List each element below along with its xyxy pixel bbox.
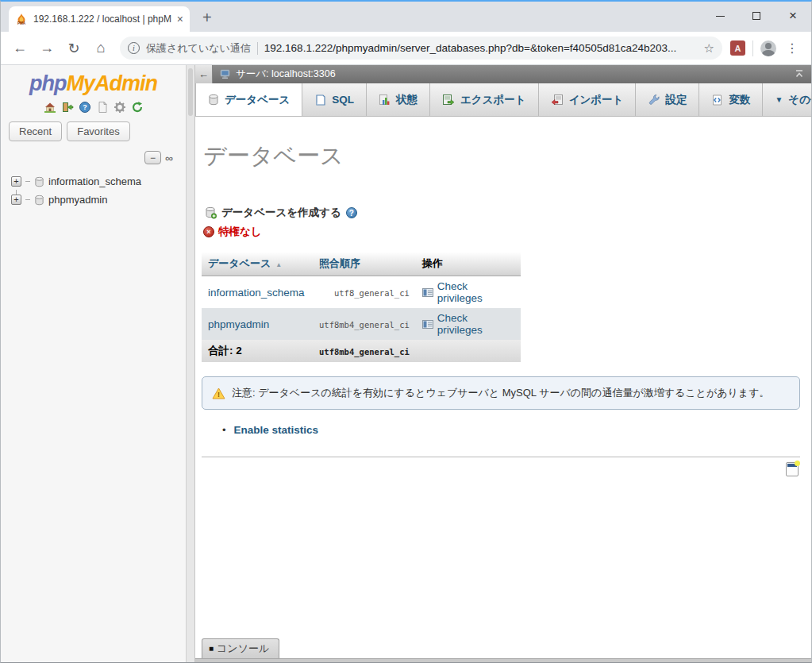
pdf-extension-icon[interactable]: A xyxy=(730,40,745,56)
profile-avatar[interactable] xyxy=(760,40,776,56)
unlink-panel-icon[interactable]: ∞ xyxy=(165,152,173,164)
documentation-icon[interactable] xyxy=(95,100,109,114)
home-icon[interactable]: ⌂ xyxy=(90,37,112,60)
tab-title: 192.168.1.222 / localhost | phpM xyxy=(33,13,171,25)
browser-window: PMA 192.168.1.222 / localhost | phpM × +… xyxy=(0,0,812,663)
maximize-button[interactable] xyxy=(738,2,775,30)
sidebar-scrollbar[interactable] xyxy=(188,68,193,116)
home-nav-icon[interactable] xyxy=(43,100,56,114)
recent-button[interactable]: Recent xyxy=(9,121,62,141)
open-new-window-icon[interactable] xyxy=(786,462,799,476)
databases-table: データベース▲ 照合順序 操作 information_schema utf8_… xyxy=(202,252,521,362)
navigation-sidebar: phpMyAdmin ? Recent Favorites − ∞ + xyxy=(1,65,186,663)
tab-label: 設定 xyxy=(665,93,687,107)
tree-item-label[interactable]: phpmyadmin xyxy=(48,194,107,206)
collation-value: utf8_general_ci xyxy=(334,288,410,298)
browser-menu-icon[interactable]: ⋮ xyxy=(781,40,803,56)
tab-label: SQL xyxy=(332,94,354,106)
table-row[interactable]: information_schema utf8_general_ci Check… xyxy=(202,276,521,309)
tab-export[interactable]: エクスポート xyxy=(430,83,539,116)
server-label: サーバ: localhost:3306 xyxy=(236,67,336,81)
export-tab-icon xyxy=(442,94,455,106)
expand-icon[interactable]: + xyxy=(11,195,21,205)
collapse-all-button[interactable]: − xyxy=(144,151,161,164)
tree-item-information-schema[interactable]: + information_schema xyxy=(1,172,186,191)
security-label: 保護されていない通信 xyxy=(146,41,251,56)
check-privileges-link[interactable]: Check privileges xyxy=(437,312,514,336)
address-bar[interactable]: i 保護されていない通信 192.168.1.222/phpmyadmin/se… xyxy=(120,37,722,60)
panel-resize-handle[interactable] xyxy=(186,65,195,663)
tab-sql[interactable]: SQL xyxy=(302,83,367,116)
toolbar-separator xyxy=(752,40,753,56)
no-privilege-icon: × xyxy=(203,226,214,237)
tab-label: インポート xyxy=(569,93,624,107)
footer-collation: utf8mb4_general_ci xyxy=(319,347,410,357)
console-bar: ■ コンソール xyxy=(195,638,811,663)
help-doc-icon[interactable]: ? xyxy=(78,100,91,114)
phpmyadmin-logo[interactable]: phpMyAdmin xyxy=(1,71,186,96)
tree-dash xyxy=(25,199,30,200)
import-tab-icon xyxy=(551,94,564,106)
database-icon xyxy=(34,195,44,206)
scroll-top-icon[interactable] xyxy=(794,68,805,83)
bookmark-star-icon[interactable]: ☆ xyxy=(704,41,714,56)
tab-variables[interactable]: 変数 xyxy=(699,83,763,116)
tab-close-icon[interactable]: × xyxy=(177,13,183,25)
logout-icon[interactable] xyxy=(60,100,74,114)
tab-label: エクスポート xyxy=(460,93,526,107)
back-icon[interactable]: ← xyxy=(9,37,31,60)
header-actions: 操作 xyxy=(416,252,521,276)
database-link[interactable]: information_schema xyxy=(208,287,305,299)
add-database-icon xyxy=(205,206,217,219)
expand-icon[interactable]: + xyxy=(11,176,21,187)
tab-label: データベース xyxy=(225,93,290,107)
enable-statistics-link[interactable]: Enable statistics xyxy=(234,424,319,436)
browser-toolbar: ← → ↻ ⌂ i 保護されていない通信 192.168.1.222/phpmy… xyxy=(1,32,811,65)
close-button[interactable]: × xyxy=(775,2,811,30)
tab-more[interactable]: ▼ その他 xyxy=(763,83,812,116)
refresh-icon[interactable] xyxy=(130,100,144,114)
site-info-icon[interactable]: i xyxy=(128,42,140,54)
minimize-button[interactable] xyxy=(702,2,738,30)
tab-label: 状態 xyxy=(396,93,418,107)
no-privileges-row: × 特権なし xyxy=(203,225,800,239)
header-database[interactable]: データベース▲ xyxy=(202,252,313,276)
tree-item-label[interactable]: information_schema xyxy=(48,175,141,187)
phpmyadmin-app: phpMyAdmin ? Recent Favorites − ∞ + xyxy=(1,65,811,663)
database-tree: + information_schema + phpmyadmin xyxy=(1,172,186,209)
warning-text: 注意: データベースの統計を有効にするとウェブサーバと MySQL サーバの間の… xyxy=(232,386,769,400)
enable-statistics-row: • Enable statistics xyxy=(222,424,800,436)
tab-databases[interactable]: データベース xyxy=(195,83,302,116)
privileges-icon xyxy=(422,320,433,329)
total-label: 合計: 2 xyxy=(202,340,313,362)
header-collation[interactable]: 照合順序 xyxy=(313,252,416,276)
tab-label: 変数 xyxy=(729,93,750,107)
favorites-button[interactable]: Favorites xyxy=(67,121,129,141)
nav-back-button[interactable]: ← xyxy=(195,65,213,83)
logo-php-text: php xyxy=(29,71,66,95)
tree-item-phpmyadmin[interactable]: + phpmyadmin xyxy=(1,191,186,209)
database-link[interactable]: phpmyadmin xyxy=(208,318,269,330)
new-tab-button[interactable]: + xyxy=(202,9,212,27)
server-icon xyxy=(220,69,232,79)
tab-label: その他 xyxy=(788,93,812,107)
browser-tab[interactable]: PMA 192.168.1.222 / localhost | phpM × xyxy=(9,6,190,32)
check-privileges-link[interactable]: Check privileges xyxy=(437,280,514,304)
table-row[interactable]: phpmyadmin utf8mb4_general_ci Check priv… xyxy=(202,308,521,340)
svg-text:PMA: PMA xyxy=(17,21,26,25)
svg-text:?: ? xyxy=(83,103,87,111)
forward-icon[interactable]: → xyxy=(36,37,58,60)
create-database-label[interactable]: データベースを作成する xyxy=(221,206,341,220)
window-controls: × xyxy=(702,2,811,30)
server-tab-navigation: データベース SQL 状態 エクスポート インポート xyxy=(195,83,811,117)
help-icon[interactable]: ? xyxy=(346,207,357,218)
tab-settings[interactable]: 設定 xyxy=(636,83,699,116)
sidebar-action-icons: ? xyxy=(1,100,186,114)
tab-import[interactable]: インポート xyxy=(539,83,637,116)
url-text[interactable]: 192.168.1.222/phpmyadmin/server_database… xyxy=(264,42,698,54)
console-toggle[interactable]: ■ コンソール xyxy=(202,638,279,658)
tree-controls: − ∞ xyxy=(1,151,173,164)
settings-gear-icon[interactable] xyxy=(113,100,126,114)
reload-icon[interactable]: ↻ xyxy=(63,37,85,60)
tab-status[interactable]: 状態 xyxy=(367,83,430,116)
